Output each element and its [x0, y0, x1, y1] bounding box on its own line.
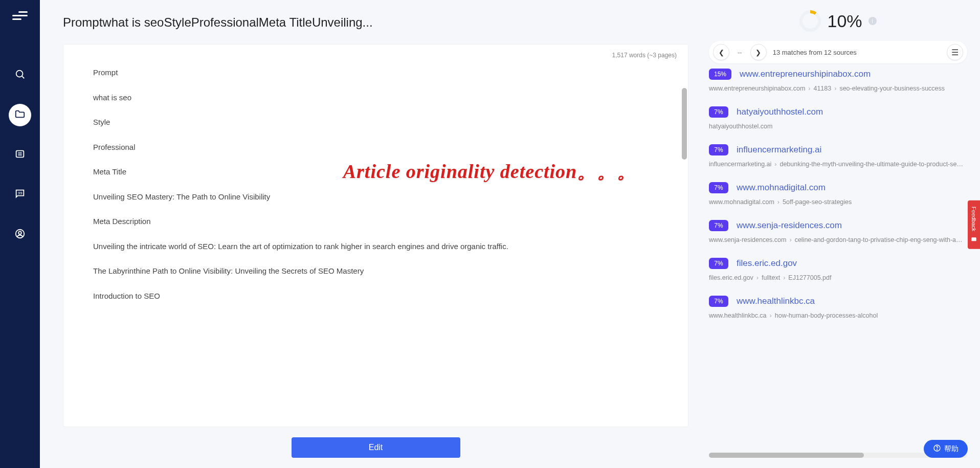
- document-paragraph: Professional: [93, 142, 658, 153]
- help-icon: [933, 444, 941, 454]
- score-value: 10%: [827, 11, 862, 31]
- folder-icon: [14, 108, 26, 122]
- nav-quote[interactable]: 99: [9, 184, 31, 206]
- match-percent-badge: 15%: [709, 69, 731, 80]
- sidebar: 99: [0, 0, 40, 468]
- match-percent-badge: 7%: [709, 106, 728, 118]
- content-panel: Promptwhat is seoStyleProfessionalMeta T…: [40, 0, 704, 468]
- nav-search[interactable]: [9, 64, 31, 86]
- svg-point-7: [18, 231, 21, 234]
- search-icon: [14, 69, 26, 82]
- source-path: influencermarketing.ai›debunking-the-myt…: [709, 161, 965, 168]
- source-path: www.senja-residences.com›celine-and-gord…: [709, 236, 965, 243]
- scrollbar-thumb[interactable]: [682, 88, 687, 160]
- feedback-label: Feedback: [971, 207, 977, 231]
- document-paragraph: Meta Description: [93, 216, 658, 228]
- match-percent-badge: 7%: [709, 220, 728, 231]
- quote-icon: 99: [14, 188, 26, 202]
- document-body[interactable]: Promptwhat is seoStyleProfessionalMeta T…: [63, 62, 688, 427]
- next-match-button[interactable]: ❯: [750, 44, 767, 60]
- sidebar-nav: 99: [9, 64, 31, 246]
- svg-line-1: [22, 76, 24, 78]
- match-percent-badge: 7%: [709, 182, 728, 193]
- nav-list[interactable]: [9, 144, 31, 166]
- prev-match-button[interactable]: ❮: [713, 44, 729, 60]
- match-toolbar: ❮ -- ❯ 13 matches from 12 sources ☰: [709, 41, 967, 63]
- source-link[interactable]: hatyaiyouthhostel.com: [737, 107, 823, 117]
- user-icon: [14, 228, 26, 241]
- source-path: files.eric.ed.gov›fulltext›EJ1277005.pdf: [709, 274, 965, 281]
- document-paragraph: Unveiling SEO Mastery: The Path to Onlin…: [93, 191, 658, 203]
- document-paragraph: what is seo: [93, 92, 658, 104]
- match-summary: 13 matches from 12 sources: [773, 49, 857, 56]
- source-path: www.entrepreneurshipinabox.com›41183›seo…: [709, 85, 965, 92]
- match-position: --: [736, 49, 744, 56]
- help-label: 帮助: [944, 444, 959, 454]
- match-menu-button[interactable]: ☰: [947, 44, 963, 60]
- feedback-tab[interactable]: Feedback: [968, 200, 980, 249]
- match-percent-badge: 7%: [709, 144, 728, 155]
- edit-button[interactable]: Edit: [292, 437, 460, 458]
- svg-rect-8: [971, 237, 976, 241]
- source-path: hatyaiyouthhostel.com: [709, 123, 965, 130]
- document-paragraph: The Labyrinthine Path to Online Visibili…: [93, 265, 658, 277]
- document-meta: 1,517 words (~3 pages): [63, 44, 688, 62]
- source-link[interactable]: influencermarketing.ai: [737, 145, 821, 155]
- chevron-right-icon: ❯: [755, 49, 761, 56]
- score-ring: [799, 10, 821, 32]
- match-percent-badge: 7%: [709, 296, 728, 307]
- app-logo: [12, 8, 28, 23]
- source-link[interactable]: www.senja-residences.com: [737, 220, 842, 231]
- list-icon: [14, 148, 26, 162]
- sources-list[interactable]: 15%www.entrepreneurshipinabox.comwww.ent…: [709, 69, 967, 450]
- svg-rect-2: [16, 151, 24, 158]
- results-panel: 10% i ❮ -- ❯ 13 matches from 12 sources …: [704, 0, 980, 468]
- info-icon[interactable]: i: [868, 17, 877, 25]
- source-item: 15%www.entrepreneurshipinabox.comwww.ent…: [709, 69, 965, 92]
- document-card: 1,517 words (~3 pages) Promptwhat is seo…: [63, 44, 688, 427]
- source-item: 7%influencermarketing.aiinfluencermarket…: [709, 144, 965, 168]
- svg-point-10: [937, 450, 937, 450]
- document-paragraph: Style: [93, 117, 658, 128]
- source-link[interactable]: www.entrepreneurshipinabox.com: [740, 69, 871, 79]
- source-item: 7%www.senja-residences.comwww.senja-resi…: [709, 220, 965, 243]
- source-link[interactable]: www.mohnadigital.com: [737, 183, 826, 193]
- match-percent-badge: 7%: [709, 258, 728, 269]
- feedback-icon: [970, 235, 977, 242]
- nav-folder[interactable]: [9, 104, 31, 126]
- page-title: Promptwhat is seoStyleProfessionalMeta T…: [63, 15, 688, 30]
- document-paragraph: Introduction to SEO: [93, 291, 658, 302]
- hamburger-icon: ☰: [951, 48, 959, 57]
- source-path: www.healthlinkbc.ca›how-human-body-proce…: [709, 312, 965, 319]
- document-paragraph: Unveiling the intricate world of SEO: Le…: [93, 241, 658, 253]
- source-path: www.mohnadigital.com›5off-page-seo-strat…: [709, 198, 965, 206]
- document-paragraph: Meta Title: [93, 166, 658, 178]
- source-item: 7%www.mohnadigital.comwww.mohnadigital.c…: [709, 182, 965, 206]
- source-link[interactable]: www.healthlinkbc.ca: [737, 296, 815, 306]
- help-button[interactable]: 帮助: [924, 440, 968, 458]
- source-item: 7%hatyaiyouthhostel.comhatyaiyouthhostel…: [709, 106, 965, 130]
- chevron-left-icon: ❮: [719, 49, 724, 56]
- score-row: 10% i: [709, 10, 967, 32]
- source-link[interactable]: files.eric.ed.gov: [737, 258, 797, 269]
- nav-profile[interactable]: [9, 224, 31, 246]
- svg-text:99: 99: [18, 191, 22, 195]
- document-paragraph: Prompt: [93, 67, 658, 79]
- source-item: 7%files.eric.ed.govfiles.eric.ed.gov›ful…: [709, 258, 965, 281]
- svg-point-0: [16, 71, 23, 77]
- source-item: 7%www.healthlinkbc.cawww.healthlinkbc.ca…: [709, 296, 965, 319]
